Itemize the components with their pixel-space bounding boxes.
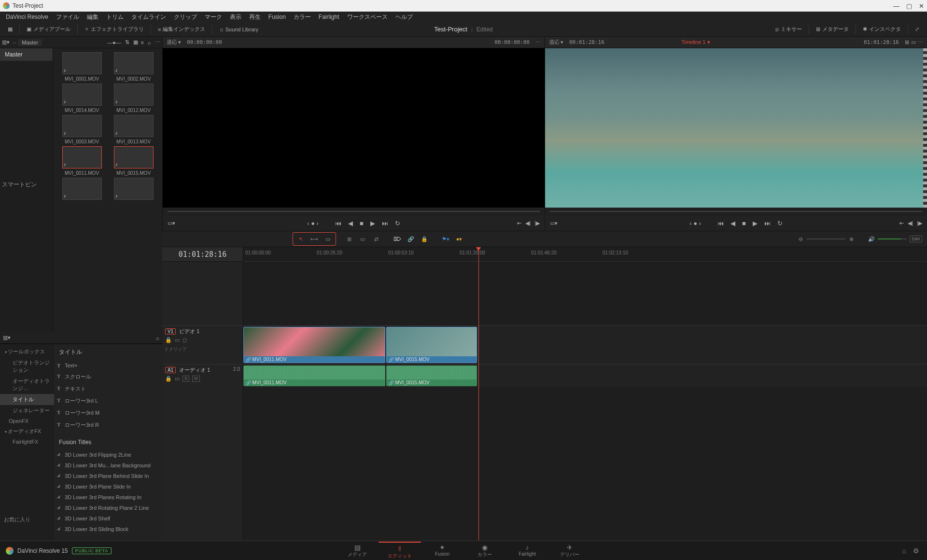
clip-item[interactable]: ♪ xyxy=(57,178,107,202)
fusion-title-item[interactable]: 3D Lower 3rd Sliding Block xyxy=(54,524,162,534)
v1-disable-icon[interactable]: ◻ xyxy=(183,337,187,343)
metadata-button[interactable]: ⊞ メタデータ xyxy=(812,24,853,35)
src-in-icon[interactable]: ⇤ xyxy=(517,220,521,226)
source-screen[interactable] xyxy=(163,48,545,208)
efftree-video-trans[interactable]: ビデオトランジション xyxy=(0,357,54,376)
timeline-scrubber[interactable] xyxy=(545,208,927,215)
effects-search-icon[interactable]: ⌕ xyxy=(156,335,159,341)
marker-icon[interactable]: ●▾ xyxy=(452,234,466,244)
fusion-title-item[interactable]: 3D Lower 3rd Planes Rotating In xyxy=(54,492,162,503)
v1-auto-icon[interactable]: ▭ xyxy=(175,337,180,343)
page-fusion[interactable]: ✦Fusion xyxy=(421,542,464,560)
tl-play-icon[interactable]: ▶ xyxy=(753,220,758,227)
a1-track[interactable]: MVI_0011.MOVMVI_0015.MOV xyxy=(243,364,927,387)
menu-Fairlight[interactable]: Fairlight xyxy=(316,13,342,21)
dim-button[interactable]: DIM xyxy=(910,236,923,242)
minimize-button[interactable]: — xyxy=(893,2,899,10)
menu-編集[interactable]: 編集 xyxy=(84,12,101,22)
a1-lock-icon[interactable]: 🔒 xyxy=(165,376,172,382)
slider-icon[interactable]: —●— xyxy=(107,40,121,45)
tl-scopes-icon[interactable]: ⊞ xyxy=(905,39,909,45)
bin-view-icon[interactable]: ▥▾ xyxy=(2,39,10,45)
tl-jog[interactable]: ‹ ● › xyxy=(689,220,701,227)
tl-prevmark-icon[interactable]: ◀| xyxy=(908,220,913,226)
title-item[interactable]: テキスト xyxy=(54,383,162,395)
timecode-display[interactable]: 01:01:28:16 xyxy=(162,247,243,262)
editindex-button[interactable]: ≡ 編集インデックス xyxy=(154,24,209,35)
zoom-slider[interactable] xyxy=(807,238,845,239)
efftree-toolbox[interactable]: ツールボックス xyxy=(0,346,54,357)
title-item[interactable]: Text+ xyxy=(54,360,162,371)
a1-solo-icon[interactable]: S xyxy=(183,376,189,382)
tl-fit[interactable]: 適応 xyxy=(549,39,560,46)
src-options-icon[interactable]: ⋯ xyxy=(535,39,541,45)
src-stop-icon[interactable]: ■ xyxy=(360,220,364,227)
v1-lock-icon[interactable]: 🔒 xyxy=(165,337,172,343)
volume-slider[interactable] xyxy=(878,238,907,239)
clip-item[interactable]: ♪MVI_0014.MOV xyxy=(57,84,107,113)
timeline-ruler[interactable]: 01:00:00:0001:00:26:2001:00:53:1001:01:2… xyxy=(243,247,927,262)
fusion-title-item[interactable]: 3D Lower 3rd Rotating Plane 2 Line xyxy=(54,503,162,513)
tl-options-icon[interactable]: ⋯ xyxy=(918,39,923,45)
efftree-fairlightfx[interactable]: FairlightFX xyxy=(0,437,54,447)
src-first-icon[interactable]: ⏮ xyxy=(335,220,341,227)
src-loop-icon[interactable]: ↻ xyxy=(395,220,400,227)
video-clip[interactable]: MVI_0011.MOV xyxy=(243,327,385,363)
mixer-button[interactable]: ⎚ ミキサー xyxy=(772,24,806,35)
a1-mute-icon[interactable]: M xyxy=(192,376,200,382)
title-item[interactable]: スクロール xyxy=(54,371,162,383)
fusion-title-item[interactable]: 3D Lower 3rd Flipping 2Line xyxy=(54,449,162,460)
menu-ワークスペース[interactable]: ワークスペース xyxy=(344,12,391,22)
menu-カラー[interactable]: カラー xyxy=(291,12,314,22)
replace-icon[interactable]: ⇄ xyxy=(369,234,383,244)
v1-header[interactable]: V1 ビデオ 1 🔒▭◻ 2 クリップ xyxy=(162,325,243,364)
clip-item[interactable]: ♪MVI_0012.MOV xyxy=(109,84,158,113)
playhead[interactable] xyxy=(478,247,479,541)
audio-clip[interactable]: MVI_0015.MOV xyxy=(386,365,477,386)
menu-クリップ[interactable]: クリップ xyxy=(171,12,200,22)
tl-next-icon[interactable]: ⏭ xyxy=(764,220,771,227)
settings-icon[interactable]: ⚙ xyxy=(913,547,919,555)
menu-再生[interactable]: 再生 xyxy=(246,12,264,22)
menu-ファイル[interactable]: ファイル xyxy=(53,12,82,22)
menu-ヘルプ[interactable]: ヘルプ xyxy=(393,12,416,22)
page-edit[interactable]: ⦀エディット xyxy=(379,542,421,560)
selection-tool[interactable]: ↖ xyxy=(294,234,308,244)
insert-icon[interactable]: ⊞ xyxy=(342,234,356,244)
a1-header[interactable]: A1 オーディオ 1 2.0 🔒▭SM xyxy=(162,364,243,387)
menu-タイムライン[interactable]: タイムライン xyxy=(128,12,169,22)
title-item[interactable]: ローワー3rd R xyxy=(54,419,162,431)
src-prev-icon[interactable]: ◀ xyxy=(348,220,353,227)
soundlib-button[interactable]: ♫ Sound Library xyxy=(215,25,262,34)
trim-tool[interactable]: ⟷ xyxy=(308,234,321,244)
clip-item[interactable]: ♪MVI_0001.MOV xyxy=(57,52,107,82)
efftree-audio-trans[interactable]: オーディオトランジ… xyxy=(0,376,54,394)
efftree-generator[interactable]: ジェネレーター xyxy=(0,405,54,416)
tree-smartbin[interactable]: スマートビン xyxy=(0,177,53,193)
timeline-name[interactable]: Timeline 1 ▾ xyxy=(681,39,710,45)
layout-button[interactable]: ▦ xyxy=(4,24,16,34)
page-color[interactable]: ◉カラー xyxy=(464,542,506,560)
inspector-button[interactable]: ✱ インスペクタ xyxy=(859,24,905,35)
src-jog-prev[interactable]: ‹ ● › xyxy=(307,220,319,227)
mediapool-button[interactable]: ▣ メディアプール xyxy=(23,24,74,35)
a1-auto-icon[interactable]: ▭ xyxy=(175,376,180,382)
list-view-icon[interactable]: ≡ xyxy=(141,40,144,45)
page-media[interactable]: ▤メディア xyxy=(336,542,379,560)
fusion-title-item[interactable]: 3D Lower 3rd Plane Behind Slide In xyxy=(54,471,162,481)
src-prevmark-icon[interactable]: ◀| xyxy=(525,220,531,226)
page-deliver[interactable]: ✈デリバー xyxy=(548,542,591,560)
menu-Fusion[interactable]: Fusion xyxy=(266,13,289,21)
tl-first-icon[interactable]: ⏮ xyxy=(717,220,724,227)
search-icon[interactable]: ⌕ xyxy=(148,40,151,45)
zoom-in-icon[interactable]: ⊕ xyxy=(849,236,854,242)
title-item[interactable]: ローワー3rd L xyxy=(54,395,162,407)
tl-loop-icon[interactable]: ↻ xyxy=(777,220,783,227)
v1-track[interactable]: MVI_0011.MOVMVI_0015.MOV xyxy=(243,325,927,364)
tl-prev-icon[interactable]: ◀ xyxy=(730,220,735,227)
nav-fwd[interactable]: › xyxy=(14,40,16,45)
volume-icon[interactable]: 🔊 xyxy=(868,236,875,242)
tl-full-icon[interactable]: ▭ xyxy=(911,39,916,45)
clip-item[interactable]: ♪MVI_0002.MOV xyxy=(109,52,158,82)
tree-master[interactable]: Master xyxy=(0,48,53,61)
